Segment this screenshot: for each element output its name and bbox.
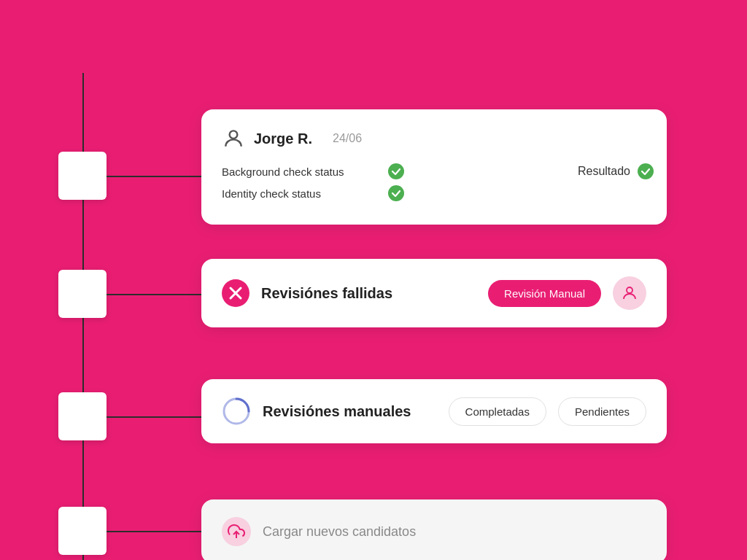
resultado-section: Resultado — [578, 163, 654, 179]
background-check-label: Background check status — [222, 166, 382, 178]
svg-point-0 — [230, 131, 238, 139]
spinner-icon — [222, 397, 251, 426]
card-3-title: Revisiónes manuales — [263, 403, 437, 420]
identity-check-label: Identity check status — [222, 187, 382, 200]
card-2-content: Revisiónes fallidas Revisión Manual — [222, 276, 646, 310]
completadas-button[interactable]: Completadas — [449, 397, 546, 426]
check-icon-1 — [388, 163, 404, 179]
upload-cloud-icon — [228, 523, 245, 540]
resultado-label: Resultado — [578, 165, 630, 178]
card-4-content: Cargar nuevos candidatos — [222, 517, 646, 546]
card-header: Jorge R. 24/06 — [222, 127, 646, 150]
date-text: 24/06 — [333, 132, 362, 145]
status-row-2: Identity check status — [222, 185, 646, 201]
card-3-content: Revisiónes manuales Completadas Pendient… — [222, 397, 646, 426]
card-jorge: Jorge R. 24/06 Background check status I… — [201, 109, 667, 225]
node-box-3 — [58, 392, 107, 440]
card-2-title: Revisiónes fallidas — [261, 285, 476, 302]
connector-line-4 — [107, 531, 201, 532]
node-box-1 — [58, 152, 107, 200]
svg-point-7 — [627, 287, 632, 293]
svg-point-3 — [638, 163, 654, 179]
user-name: Jorge R. — [254, 131, 312, 147]
upload-label: Cargar nuevos candidatos — [263, 524, 416, 540]
connector-line-2 — [107, 294, 201, 295]
pendientes-button[interactable]: Pendientes — [558, 397, 646, 426]
node-box-2 — [58, 270, 107, 318]
user-circle-button[interactable] — [613, 276, 646, 310]
resultado-check-icon — [638, 163, 654, 179]
connector-line-3 — [107, 416, 201, 418]
workflow-container: Jorge R. 24/06 Background check status I… — [0, 0, 747, 560]
revision-manual-button[interactable]: Revisión Manual — [488, 280, 601, 307]
card-cargar-candidatos: Cargar nuevos candidatos — [201, 499, 667, 560]
svg-point-1 — [388, 163, 404, 179]
card-revisiones-manuales: Revisiónes manuales Completadas Pendient… — [201, 379, 667, 443]
error-x-icon — [222, 279, 249, 307]
connector-line-1 — [107, 176, 201, 177]
card-1-body: Background check status Identity check s… — [222, 163, 646, 201]
check-icon-2 — [388, 185, 404, 201]
node-box-4 — [58, 507, 107, 555]
user-circle-icon — [621, 284, 638, 302]
card-revisiones-fallidas: Revisiónes fallidas Revisión Manual — [201, 259, 667, 327]
upload-icon-wrap — [222, 517, 251, 546]
svg-point-2 — [388, 185, 404, 201]
user-icon — [222, 127, 245, 150]
